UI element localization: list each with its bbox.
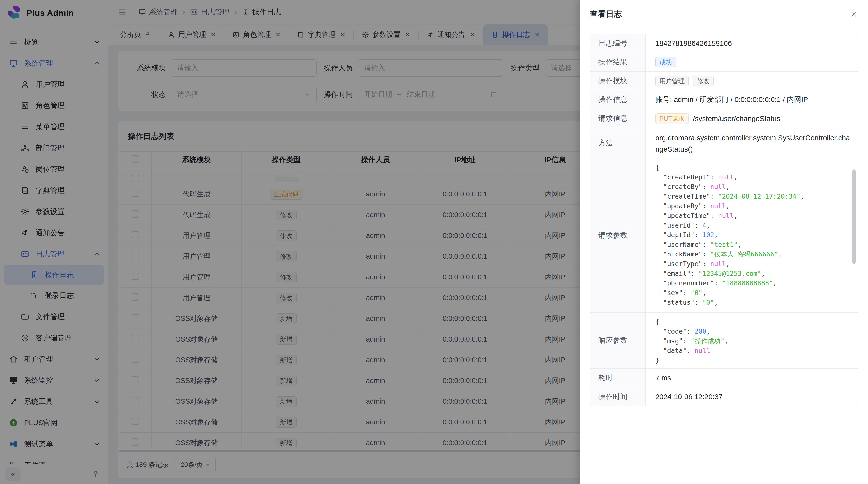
- code-scrollbar-thumb[interactable]: [852, 169, 856, 264]
- field-method-value: org.dromara.system.controller.system.Sys…: [646, 128, 858, 158]
- field-duration-value: 7 ms: [646, 368, 858, 387]
- module-tag: 用户管理: [655, 76, 689, 86]
- field-method: 方法 org.dromara.system.controller.system.…: [590, 128, 858, 158]
- field-op-time-value: 2024-10-06 12:20:37: [646, 387, 858, 406]
- request-url: /system/user/changeStatus: [693, 115, 780, 123]
- field-result-label: 操作结果: [590, 53, 646, 71]
- field-request-params: 请求参数 { "createDept": null, "createBy": n…: [590, 158, 858, 313]
- result-tag: 成功: [655, 57, 676, 67]
- field-op-time-label: 操作时间: [590, 387, 646, 406]
- screen: Plus Admin 概览系统管理用户管理角色管理菜单管理部门管理岗位管理字典管…: [0, 0, 868, 484]
- log-detail-drawer: 查看日志 日志编号 1842781986426159106 操作结果 成功 操作…: [580, 0, 868, 484]
- field-log-id: 日志编号 1842781986426159106: [590, 34, 858, 53]
- field-duration-label: 耗时: [590, 368, 646, 387]
- field-response-params-label: 响应参数: [590, 313, 646, 368]
- field-op-time: 操作时间 2024-10-06 12:20:37: [590, 387, 858, 406]
- http-method-tag: PUT请求: [655, 113, 689, 124]
- close-icon[interactable]: [850, 10, 858, 18]
- drawer-title: 查看日志: [590, 9, 622, 20]
- field-module-label: 操作模块: [590, 72, 646, 90]
- field-response-params: 响应参数 { "code": 200, "msg": "操作成功", "data…: [590, 313, 858, 368]
- field-request-params-label: 请求参数: [590, 158, 646, 312]
- field-info-value: 账号: admin / 研发部门 / 0:0:0:0:0:0:0:1 / 内网I…: [646, 90, 858, 109]
- module-action-tag: 修改: [693, 76, 714, 86]
- response-params-code-block: { "code": 200, "msg": "操作成功", "data": nu…: [646, 313, 858, 368]
- drawer-header: 查看日志: [580, 0, 868, 28]
- field-result: 操作结果 成功: [590, 53, 858, 72]
- field-log-id-label: 日志编号: [590, 34, 646, 53]
- field-request: 请求信息 PUT请求 /system/user/changeStatus: [590, 109, 858, 128]
- field-info: 操作信息 账号: admin / 研发部门 / 0:0:0:0:0:0:0:1 …: [590, 90, 858, 109]
- field-log-id-value: 1842781986426159106: [646, 34, 858, 53]
- field-duration: 耗时 7 ms: [590, 368, 858, 387]
- field-module: 操作模块 用户管理 修改: [590, 72, 858, 90]
- request-params-code-block: { "createDept": null, "createBy": null, …: [646, 158, 858, 312]
- field-method-label: 方法: [590, 128, 646, 158]
- drawer-backdrop[interactable]: [0, 0, 580, 484]
- log-detail-table: 日志编号 1842781986426159106 操作结果 成功 操作模块 用户…: [590, 34, 858, 407]
- field-request-label: 请求信息: [590, 109, 646, 128]
- field-info-label: 操作信息: [590, 90, 646, 109]
